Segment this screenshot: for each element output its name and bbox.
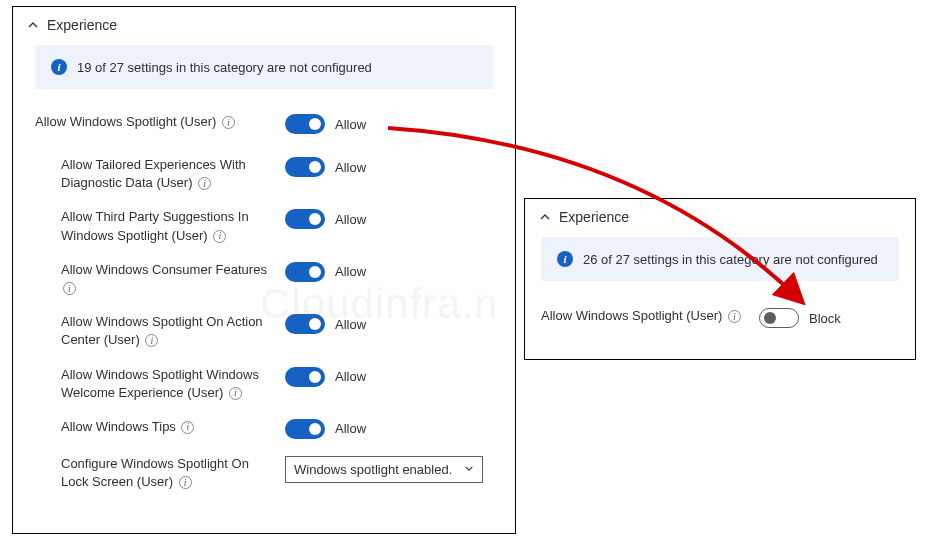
toggle-state-label: Allow — [335, 160, 366, 175]
toggle-state-label: Allow — [335, 317, 366, 332]
toggle-switch[interactable] — [285, 157, 325, 177]
setting-control: Allow — [285, 261, 366, 282]
setting-label: Allow Windows Spotlight On Action Center… — [61, 313, 285, 349]
setting-label: Allow Windows Spotlight Windows Welcome … — [61, 366, 285, 402]
setting-row: Allow Windows Spotlight On Action Center… — [13, 305, 515, 357]
setting-control: Allow — [285, 313, 366, 334]
section-header-experience[interactable]: Experience — [525, 199, 915, 231]
toggle-switch[interactable] — [285, 314, 325, 334]
settings-panel-after: Experience i 26 of 27 settings in this c… — [524, 198, 916, 360]
info-banner: i 26 of 27 settings in this category are… — [541, 237, 899, 281]
toggle-state-label: Allow — [335, 117, 366, 132]
setting-control: Allow — [285, 113, 366, 134]
chevron-up-icon — [539, 211, 551, 223]
toggle-switch[interactable] — [759, 308, 799, 328]
setting-label: Allow Windows Spotlight (User) i — [35, 113, 285, 131]
setting-row: Configure Windows Spotlight On Lock Scre… — [13, 447, 515, 499]
help-icon[interactable]: i — [63, 282, 76, 295]
setting-row: Allow Windows Tips i Allow — [13, 410, 515, 447]
setting-label: Allow Windows Spotlight (User) i — [541, 307, 759, 325]
help-icon[interactable]: i — [728, 310, 741, 323]
info-icon: i — [557, 251, 573, 267]
setting-row: Allow Windows Spotlight (User) i Allow — [13, 105, 515, 142]
toggle-switch[interactable] — [285, 209, 325, 229]
section-title: Experience — [559, 209, 629, 225]
setting-control: Windows spotlight enabled. — [285, 455, 483, 483]
toggle-switch[interactable] — [285, 419, 325, 439]
info-banner-text: 19 of 27 settings in this category are n… — [77, 60, 372, 75]
setting-control: Block — [759, 307, 841, 328]
toggle-state-label: Allow — [335, 212, 366, 227]
setting-row: Allow Third Party Suggestions In Windows… — [13, 200, 515, 252]
setting-row: Allow Tailored Experiences With Diagnost… — [13, 148, 515, 200]
help-icon[interactable]: i — [181, 421, 194, 434]
toggle-switch[interactable] — [285, 114, 325, 134]
settings-panel-before: Experience i 19 of 27 settings in this c… — [12, 6, 516, 534]
setting-row: Allow Windows Spotlight (User) i Block — [525, 293, 915, 336]
toggle-switch[interactable] — [285, 367, 325, 387]
setting-row: Allow Windows Consumer Features i Allow — [13, 253, 515, 305]
setting-control: Allow — [285, 208, 366, 229]
chevron-down-icon — [464, 462, 474, 477]
help-icon[interactable]: i — [222, 116, 235, 129]
help-icon[interactable]: i — [145, 334, 158, 347]
help-icon[interactable]: i — [229, 387, 242, 400]
setting-row: Allow Windows Spotlight Windows Welcome … — [13, 358, 515, 410]
section-title: Experience — [47, 17, 117, 33]
toggle-state-label: Block — [809, 311, 841, 326]
dropdown-configure-spotlight[interactable]: Windows spotlight enabled. — [285, 456, 483, 483]
section-header-experience[interactable]: Experience — [13, 7, 515, 39]
dropdown-value: Windows spotlight enabled. — [294, 462, 452, 477]
help-icon[interactable]: i — [213, 230, 226, 243]
setting-label: Allow Tailored Experiences With Diagnost… — [61, 156, 285, 192]
setting-label: Configure Windows Spotlight On Lock Scre… — [61, 455, 285, 491]
chevron-up-icon — [27, 19, 39, 31]
help-icon[interactable]: i — [198, 177, 211, 190]
setting-control: Allow — [285, 418, 366, 439]
setting-control: Allow — [285, 366, 366, 387]
help-icon[interactable]: i — [179, 476, 192, 489]
toggle-state-label: Allow — [335, 421, 366, 436]
info-icon: i — [51, 59, 67, 75]
info-banner: i 19 of 27 settings in this category are… — [35, 45, 493, 89]
info-banner-text: 26 of 27 settings in this category are n… — [583, 252, 878, 267]
setting-control: Allow — [285, 156, 366, 177]
setting-label: Allow Windows Consumer Features i — [61, 261, 285, 297]
toggle-switch[interactable] — [285, 262, 325, 282]
setting-label: Allow Windows Tips i — [61, 418, 285, 436]
setting-label: Allow Third Party Suggestions In Windows… — [61, 208, 285, 244]
toggle-state-label: Allow — [335, 369, 366, 384]
toggle-state-label: Allow — [335, 264, 366, 279]
